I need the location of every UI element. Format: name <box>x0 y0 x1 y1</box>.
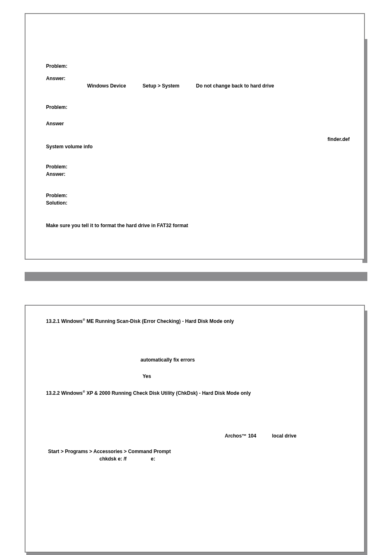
q1-bold-nochange: Do not change back to hard drive <box>196 83 274 89</box>
box2-content: 13.2.1 Windows® ME Running Scan-Disk (Er… <box>40 318 350 539</box>
q2-answer-label: Answer <box>46 121 64 127</box>
h1321-rest: ME Running Scan-Disk (Error Checking) - … <box>85 318 234 324</box>
startpath-bold: Start > Programs > Accessories > Command… <box>48 449 171 454</box>
box2: 13.2.1 Windows® ME Running Scan-Disk (Er… <box>25 305 365 553</box>
q2-bold-finderdef: finder.def <box>327 136 350 142</box>
autofix-bold: automatically fix errors <box>141 357 195 363</box>
e-colon-bold: e: <box>151 456 155 462</box>
h1322: 13.2.2 Windows® XP & 2000 Running Check … <box>46 390 251 396</box>
q4-bold-fat32: Make sure you tell it to format the hard… <box>46 223 188 228</box>
q1-answer-label: Answer: <box>46 76 65 81</box>
q1-problem-label: Problem: <box>46 63 67 69</box>
archos-bold: Archos™ 104 <box>225 433 256 439</box>
box1-content: Problem: Answer: Windows Device Setup > … <box>40 26 350 246</box>
h1321: 13.2.1 Windows® ME Running Scan-Disk (Er… <box>46 318 234 324</box>
chkdsk-bold: chkdsk e: /f <box>99 456 127 462</box>
h1322-prefix: 13.2.2 Windows <box>46 390 83 396</box>
separator-bar <box>25 272 367 281</box>
box1: Problem: Answer: Windows Device Setup > … <box>25 13 365 260</box>
q1-bold-setup: Setup > System <box>143 83 180 89</box>
q3-answer-label: Answer: <box>46 171 65 177</box>
localdrive-bold: local drive <box>272 433 296 439</box>
page: Problem: Answer: Windows Device Setup > … <box>0 0 392 555</box>
q2-problem-label: Problem: <box>46 104 67 110</box>
q4-problem-label: Problem: <box>46 193 67 198</box>
yes-bold: Yes <box>143 373 151 379</box>
h1321-prefix: 13.2.1 Windows <box>46 318 83 324</box>
q4-solution-label: Solution: <box>46 200 67 206</box>
q1-bold-winDevice: Windows Device <box>87 83 126 89</box>
q3-problem-label: Problem: <box>46 164 67 170</box>
q2-bold-sysvolinfo: System volume info <box>46 144 92 150</box>
h1322-rest: XP & 2000 Running Check Disk Utility (Ch… <box>85 390 251 396</box>
